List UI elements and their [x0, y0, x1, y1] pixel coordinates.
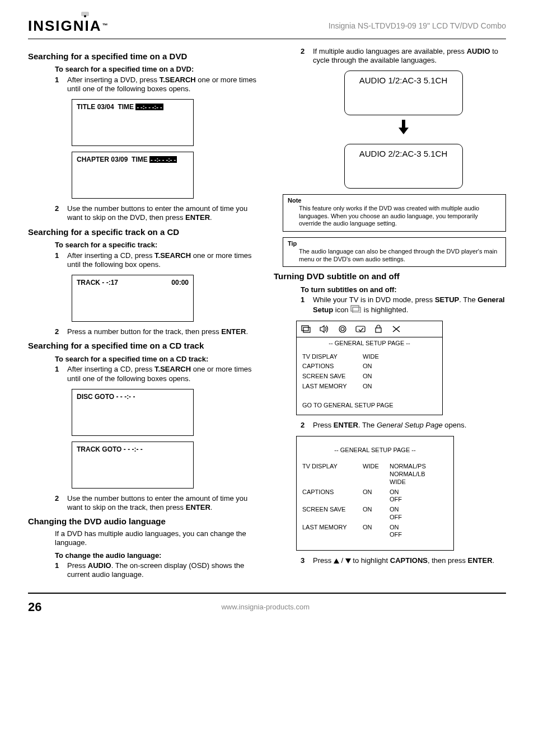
setup-row: LAST MEMORYON	[302, 382, 437, 392]
setup-row: SCREEN SAVEON	[302, 372, 437, 382]
step-number: 1	[55, 76, 63, 94]
step-item: 3 Press / to highlight CAPTIONS, then pr…	[301, 556, 506, 565]
time-placeholder-icon: - - -:- -	[116, 393, 135, 401]
setup-page-title: -- GENERAL SETUP PAGE --	[297, 337, 442, 350]
document-title: Insignia NS-LTDVD19-09 19" LCD TV/DVD Co…	[329, 21, 506, 31]
tip-label: Tip	[288, 240, 501, 248]
setup-row: TV DISPLAYWIDE	[302, 352, 437, 362]
step-text: Use the number buttons to enter the amou…	[67, 494, 260, 513]
step-item: 2 Use the number buttons to enter the am…	[55, 494, 260, 513]
svg-rect-0	[351, 306, 359, 311]
step-text: Use the number buttons to enter the amou…	[67, 204, 260, 223]
osd-title-time-box: TITLE 03/04 TIME - -:- - -:- -	[72, 99, 194, 146]
step-item: 2 If multiple audio languages are availa…	[301, 47, 506, 65]
section-heading: Searching for a specified time on a CD t…	[28, 341, 260, 351]
step-number: 2	[55, 327, 63, 336]
step-number: 1	[55, 561, 63, 580]
down-arrow-icon	[301, 119, 506, 138]
osd-audio-box-2: AUDIO 2/2:AC-3 5.1CH	[344, 144, 463, 189]
general-setup-screen-1: -- GENERAL SETUP PAGE -- TV DISPLAYWIDEC…	[296, 321, 443, 416]
page-footer: 26 www.insignia-products.com	[28, 593, 506, 615]
svg-rect-7	[376, 328, 381, 332]
svg-rect-2	[302, 326, 308, 331]
page-number: 26	[28, 599, 41, 615]
step-text: Press a number button for the track, the…	[67, 327, 260, 336]
step-number: 2	[301, 47, 308, 65]
general-setup-screen-2: -- GENERAL SETUP PAGE -- TV DISPLAYWIDEN…	[296, 436, 454, 551]
exit-icon	[391, 325, 402, 336]
note-text: This feature only works if the DVD was c…	[288, 205, 501, 228]
general-setup-icon	[350, 305, 362, 315]
tip-text: The audio language can also be changed t…	[288, 248, 501, 264]
step-item: 2 Press a number button for the track, t…	[55, 327, 260, 336]
section-heading: Searching for a specific track on a CD	[28, 227, 260, 238]
setup-row: TV DISPLAYWIDENORMAL/PSNORMAL/LBWIDE	[302, 462, 448, 487]
step-text: If multiple audio languages are availabl…	[313, 47, 506, 65]
time-placeholder-icon: - - -:- -	[124, 445, 143, 453]
procedure-heading: To change the audio language:	[55, 551, 260, 560]
step-item: 1 After inserting a CD, press T.SEARCH o…	[55, 251, 260, 270]
section-heading: Searching for a specified time on a DVD	[28, 51, 260, 62]
step-text: Press AUDIO. The on-screen display (OSD)…	[67, 561, 260, 580]
tip-box: Tip The audio language can also be chang…	[283, 237, 506, 267]
step-item: 1 Press AUDIO. The on-screen display (OS…	[55, 561, 260, 580]
step-text: Press / to highlight CAPTIONS, then pres…	[313, 556, 506, 565]
svg-rect-1	[353, 307, 360, 313]
svg-rect-3	[303, 327, 310, 332]
video-icon	[355, 325, 366, 336]
speaker-icon	[319, 325, 330, 336]
time-placeholder-icon: - -:- - -:- -	[135, 104, 163, 110]
svg-point-5	[341, 327, 344, 331]
setup-row: CAPTIONSONONOFF	[302, 487, 448, 505]
step-item: 1 While your TV is in DVD mode, press SE…	[301, 295, 506, 315]
svg-point-4	[339, 326, 346, 332]
general-icon	[301, 325, 312, 336]
procedure-heading: To search for a specified time on a DVD:	[55, 65, 260, 74]
step-number: 1	[55, 251, 63, 270]
step-number: 1	[55, 365, 63, 383]
section-heading: Turning DVD subtitle on and off	[274, 271, 506, 282]
step-text: After inserting a DVD, press T.SEARCH on…	[67, 76, 260, 94]
setup-page-title: -- GENERAL SETUP PAGE --	[302, 444, 448, 457]
osd-disc-goto-box: DISC GOTO - - -:- -	[72, 389, 194, 436]
time-placeholder-icon: - -:- - -:- -	[149, 156, 177, 163]
setup-footer-text: GO TO GENERAL SETUP PAGE	[297, 396, 442, 415]
preference-icon	[373, 325, 384, 336]
step-item: 1 After inserting a CD, press T.SEARCH o…	[55, 365, 260, 383]
note-label: Note	[288, 197, 501, 205]
setup-icon-row	[297, 321, 442, 337]
osd-track-goto-box: TRACK GOTO - - -:- -	[72, 442, 194, 489]
step-item: 2 Use the number buttons to enter the am…	[55, 204, 260, 223]
step-item: 1 After inserting a DVD, press T.SEARCH …	[55, 76, 260, 94]
step-item: 2 Press ENTER. The General Setup Page op…	[301, 421, 506, 430]
footer-url: www.insignia-products.com	[41, 603, 489, 612]
note-box: Note This feature only works if the DVD …	[283, 194, 506, 232]
step-text: After inserting a CD, press T.SEARCH one…	[67, 251, 260, 270]
right-column: 2 If multiple audio languages are availa…	[274, 47, 506, 582]
procedure-heading: To search for a specific track:	[55, 241, 260, 250]
step-text: While your TV is in DVD mode, press SETU…	[313, 295, 506, 315]
step-number: 2	[301, 421, 308, 430]
procedure-heading: To search for a specified time on a CD t…	[55, 355, 260, 364]
dolby-icon	[337, 325, 348, 336]
step-number: 1	[301, 295, 308, 315]
number-placeholder-icon: - -	[102, 279, 108, 287]
down-arrow-icon	[345, 558, 351, 564]
section-heading: Changing the DVD audio language	[28, 516, 260, 527]
step-text: After inserting a CD, press T.SEARCH one…	[67, 365, 260, 383]
step-text: Press ENTER. The General Setup Page open…	[313, 421, 506, 430]
step-number: 3	[301, 556, 308, 565]
setup-row: SCREEN SAVEONONOFF	[302, 505, 448, 523]
brand-logo: INSIGNIA™	[28, 17, 109, 35]
osd-audio-box-1: AUDIO 1/2:AC-3 5.1CH	[344, 71, 463, 115]
setup-row: LAST MEMORYONONOFF	[302, 523, 448, 541]
intro-text: If a DVD has multiple audio languages, y…	[55, 529, 260, 548]
step-number: 2	[55, 204, 63, 223]
up-arrow-icon	[334, 558, 339, 564]
procedure-heading: To turn subtitles on and off:	[301, 285, 506, 294]
logo-text: INSIGNIA	[28, 17, 102, 35]
page-header: INSIGNIA™ Insignia NS-LTDVD19-09 19" LCD…	[28, 17, 506, 39]
osd-track-box: TRACK - -:17 00:00	[72, 275, 194, 322]
step-number: 2	[55, 494, 63, 513]
logo-dot-icon	[84, 15, 86, 17]
